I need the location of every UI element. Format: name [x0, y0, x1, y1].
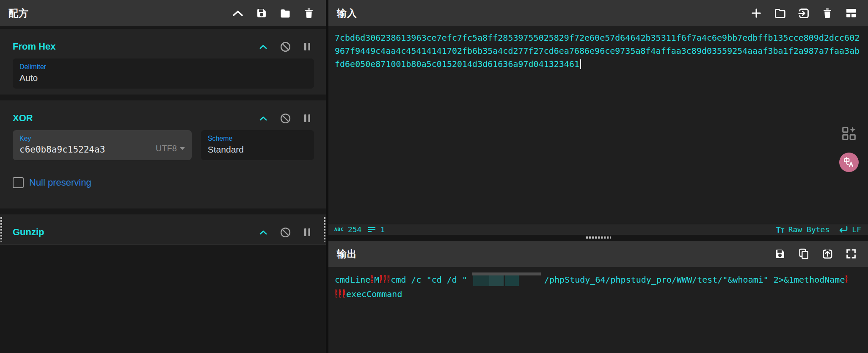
collapse-op-icon[interactable]	[256, 111, 270, 125]
abc-icon: ABC	[334, 227, 344, 232]
output-body: cmdLineSTXMNULNULNULcmd /c "cd /d " /php…	[328, 267, 868, 353]
collapse-recipe-icon[interactable]	[231, 6, 245, 20]
cyberchef-app: 配方 From Hex	[0, 0, 868, 353]
delimiter-select[interactable]: Delimiter Auto	[13, 58, 314, 89]
control-char-nul: NUL	[380, 276, 383, 284]
operation-from-hex-title: From Hex	[13, 41, 55, 52]
recipe-title: 配方	[8, 7, 29, 20]
line-count-icon	[368, 226, 376, 233]
breakpoint-pause-icon[interactable]	[300, 225, 314, 239]
xor-key-input[interactable]	[19, 145, 125, 155]
control-char-nul: NUL	[343, 290, 346, 298]
output-header: 输出	[328, 241, 868, 267]
load-recipe-folder-icon[interactable]	[278, 6, 292, 20]
input-line[interactable]: 967f9449c4aa4c45414141702fb6b35a4cd277f2…	[335, 44, 865, 58]
open-input-import-icon[interactable]	[797, 6, 810, 20]
input-line[interactable]: fd6e050e871001b80a5c0152014d3d61636a97d0…	[335, 58, 865, 71]
disable-op-ban-icon[interactable]	[278, 111, 292, 125]
recipe-list: From Hex Delim	[0, 26, 326, 353]
control-char-nul: NUL	[335, 290, 338, 298]
disable-op-ban-icon[interactable]	[278, 40, 292, 53]
operation-gunzip[interactable]: Gunzip	[0, 214, 326, 245]
collapse-op-icon[interactable]	[256, 225, 270, 239]
io-column: 输入	[328, 0, 868, 353]
character-encoding-toggle[interactable]: TT Raw Bytes	[776, 225, 829, 235]
xor-scheme-label: Scheme	[208, 135, 307, 142]
operation-xor[interactable]: XOR Key	[0, 100, 326, 208]
control-char-nul: NUL	[383, 276, 386, 284]
input-status-bar: ABC 254 1 TT Raw Bytes LF	[328, 224, 868, 235]
delimiter-label: Delimiter	[19, 63, 307, 71]
input-line[interactable]: 7cbd6d306238613963ce7efc7fc5a8ff28539755…	[335, 31, 865, 44]
extension-squares-sparkle-icon[interactable]	[841, 125, 857, 142]
char-count: ABC 254	[334, 225, 361, 234]
xor-key-field[interactable]: Key UTF8	[13, 130, 192, 160]
input-title: 输入	[337, 7, 357, 20]
redacted-path-block	[472, 272, 541, 286]
output-line: NULNULNULexecCommand	[335, 287, 865, 301]
splitter-grip-dots	[586, 236, 611, 239]
xor-scheme-value: Standard	[208, 145, 307, 155]
type-icon: TT	[776, 225, 784, 235]
null-preserving-checkbox[interactable]	[13, 177, 24, 188]
xor-key-label: Key	[19, 135, 185, 142]
save-output-icon[interactable]	[773, 247, 787, 261]
line-count-value: 1	[380, 225, 385, 234]
line-count: 1	[368, 225, 385, 234]
breakpoint-pause-icon[interactable]	[300, 111, 314, 125]
copy-output-icon[interactable]	[797, 247, 810, 261]
operation-xor-title: XOR	[13, 113, 33, 124]
input-header: 输入	[328, 0, 868, 26]
clear-recipe-trash-icon[interactable]	[302, 6, 316, 20]
eol-label: LF	[852, 225, 861, 234]
xor-scheme-select[interactable]: Scheme Standard	[201, 130, 314, 160]
null-preserving-label: Null preserving	[29, 177, 91, 188]
translate-button[interactable]	[839, 153, 859, 172]
delimiter-value: Auto	[19, 73, 307, 83]
recipe-panel: 配方 From Hex	[0, 0, 326, 353]
char-count-value: 254	[348, 225, 362, 234]
operation-from-hex[interactable]: From Hex Delim	[0, 29, 326, 95]
save-recipe-icon[interactable]	[255, 6, 268, 20]
eol-toggle[interactable]: LF	[838, 225, 861, 234]
tab-layout-icon[interactable]	[844, 6, 858, 20]
add-input-tab-plus-icon[interactable]	[750, 6, 763, 20]
output-title: 输出	[337, 247, 357, 261]
input-editor[interactable]: 7cbd6d306238613963ce7efc7fc5a8ff28539755…	[328, 26, 868, 224]
xor-key-encoding-dropdown[interactable]: UTF8	[156, 144, 185, 153]
recipe-header: 配方	[0, 0, 326, 26]
disable-op-ban-icon[interactable]	[278, 225, 292, 239]
open-file-folder-icon[interactable]	[773, 6, 787, 20]
xor-key-encoding-value: UTF8	[156, 144, 177, 153]
clear-io-trash-icon[interactable]	[821, 6, 834, 20]
output-panel: 输出 cmdLine	[328, 241, 868, 353]
control-char-nul: NUL	[387, 276, 390, 284]
output-line: cmdLineSTXMNULNULNULcmd /c "cd /d " /php…	[335, 273, 865, 287]
control-char-stx: STX	[845, 276, 848, 284]
text-caret	[580, 59, 581, 69]
chevron-down-icon	[180, 147, 185, 150]
input-panel: 输入	[328, 0, 868, 235]
breakpoint-pause-icon[interactable]	[300, 40, 314, 53]
maximise-output-icon[interactable]	[844, 247, 858, 261]
operation-gunzip-title: Gunzip	[13, 227, 44, 238]
horizontal-splitter[interactable]	[328, 235, 868, 241]
collapse-op-icon[interactable]	[256, 40, 270, 53]
control-char-stx: STX	[371, 276, 374, 284]
encoding-label: Raw Bytes	[788, 225, 830, 234]
replace-input-export-icon[interactable]	[821, 247, 834, 261]
control-char-nul: NUL	[339, 290, 342, 298]
return-arrow-icon	[838, 225, 848, 234]
